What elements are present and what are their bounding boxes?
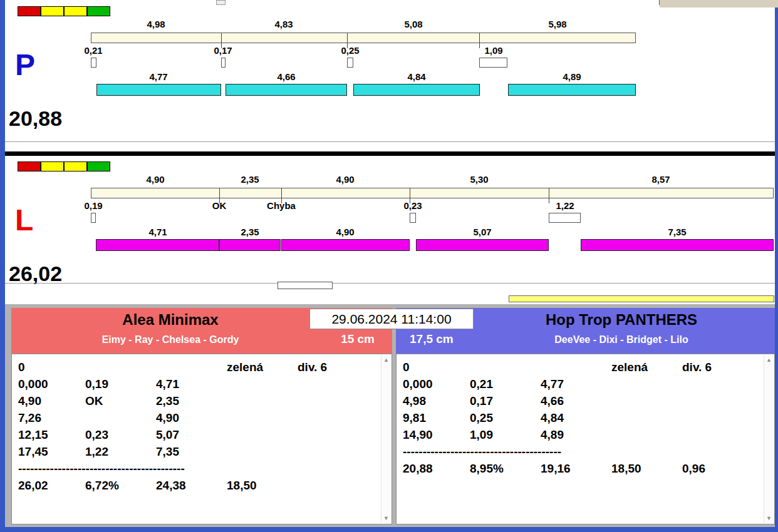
start-delay-label: 0,21 [84,45,102,56]
start-delay-label: 0,23 [403,200,422,211]
table-cell: 4,98 [403,394,426,408]
progress-box [277,282,333,289]
table-cell: 18,50 [611,462,641,476]
table-row: 0zelenádiv. 6 [397,361,763,377]
start-delay-box [410,213,416,223]
start-delay-box [479,58,507,68]
table-cell: 0,17 [470,394,493,408]
start-delay-label: 1,09 [484,45,502,56]
team-results: 0zelenádiv. 60,0000,194,714,90OK2,357,26… [11,354,392,524]
table-row: 7,264,90 [12,411,380,428]
table-cell: 6,72% [85,479,119,493]
scroll-up-icon[interactable]: ▲ [381,357,391,363]
table-cell: 17,45 [18,445,48,459]
table-row: 14,901,094,89 [397,428,763,445]
table-cell: div. 6 [682,361,712,374]
timeline: 4,900,194,712,35OK2,354,90Chyba4,905,300… [0,160,778,302]
table-cell: div. 6 [298,361,327,374]
scroll-up-icon[interactable]: ▲ [764,357,774,363]
table-cell: 4,77 [541,377,564,391]
table-cell: 0,000 [18,377,48,391]
start-delay-label: 1,22 [556,200,574,211]
table-cell: 4,90 [156,411,179,425]
run-time-label: 4,89 [563,71,581,82]
table-cell: zelená [611,361,648,374]
table-cell: 4,89 [541,428,564,442]
table-row: 4,980,174,66 [397,394,763,411]
table-cell: 8,95% [470,462,504,476]
team-dogs: Eimy - Ray - Chelsea - Gordy [11,334,392,345]
start-delay-label: 0,17 [214,45,232,56]
table-row: ----------------------------------------… [12,462,380,479]
run-time-bar [96,239,219,251]
start-delay-box [549,213,581,223]
results-rows: 0zelenádiv. 60,0000,194,714,90OK2,357,26… [12,361,380,496]
run-time-bar [226,84,347,96]
start-delay-label: 0,25 [341,45,359,56]
table-cell: 0,23 [85,428,108,442]
run-time-label: 2,35 [241,227,259,237]
table-row: 20,888,95%19,1618,500,96 [397,462,763,479]
table-cell: 4,90 [18,394,41,408]
split-time-label: 2,35 [241,174,259,185]
table-cell: 1,22 [85,445,108,459]
separator-line [5,283,775,284]
split-time-label: 8,57 [651,174,670,185]
table-row: 0,0000,214,77 [397,377,763,394]
jump-height-badge: 17,5 cm [410,332,454,346]
table-cell: 0,19 [85,377,108,391]
table-row: 0zelenádiv. 6 [12,361,380,377]
timeline: 4,980,214,774,830,174,665,080,254,845,98… [0,5,778,140]
run-time-bar [96,84,221,96]
run-time-bar [508,84,636,96]
segment-tick [479,33,480,48]
table-row: 0,0000,194,71 [12,377,380,394]
table-cell: 7,35 [156,445,179,459]
scrollbar[interactable]: ▲ ▼ [764,355,774,523]
start-delay-box [91,213,96,223]
table-cell: 14,90 [403,428,433,442]
run-time-bar [581,239,774,251]
background-window-fragment [660,0,778,8]
start-delay-box [91,58,96,68]
scroll-down-icon[interactable]: ▼ [764,515,774,521]
split-time-label: 5,08 [404,19,422,29]
split-time-label: 4,83 [274,19,293,29]
split-time-label: 5,98 [548,19,566,29]
start-delay-box [347,58,353,68]
run-time-label: 7,35 [668,227,686,237]
split-bar [91,33,636,43]
table-cell: 4,71 [156,377,179,391]
table-row: 9,810,254,84 [397,411,763,428]
run-time-label: 4,84 [407,71,425,82]
table-cell: 7,26 [18,411,41,425]
table-cell: 0,000 [403,377,433,391]
start-delay-label: OK [212,200,227,211]
scrollbar[interactable]: ▲ ▼ [381,355,391,523]
table-cell: 20,88 [403,462,433,476]
flyball-timing-window: { "window": { "datetime": "29.06.2024 11… [0,0,778,532]
table-cell: zelená [227,361,263,374]
table-cell: 0 [403,361,410,374]
titlebar-strip [5,0,659,5]
table-row: ---------------------------------------- [397,445,763,462]
team-panel-right: Hop Trop PANTHERS DeeVee - Dixi - Bridge… [396,308,775,524]
run-time-label: 4,90 [336,227,354,237]
team-results: 0zelenádiv. 60,0000,214,774,980,174,669,… [396,354,775,524]
lane-p-panel: P 4,980,214,774,830,174,665,080,254,845,… [0,5,778,140]
run-time-label: 4,66 [277,71,295,82]
jump-height-badge: 15 cm [341,332,375,346]
table-cell: 26,02 [18,479,48,493]
table-row: 26,026,72%24,3818,50 [12,479,380,496]
separator-dashes: ---------------------------------------- [403,445,561,459]
window-grip[interactable] [216,0,226,5]
table-cell: 4,66 [541,394,564,408]
table-cell: 12,15 [18,428,48,442]
table-cell: 0,96 [682,462,705,476]
table-cell: 2,35 [156,394,179,408]
scroll-down-icon[interactable]: ▼ [381,515,391,521]
datetime-display: 29.06.2024 11:14:00 [309,309,474,329]
run-time-bar [353,84,480,96]
run-time-label: 4,77 [149,71,167,82]
lane-total-time: 20,88 [9,106,62,131]
